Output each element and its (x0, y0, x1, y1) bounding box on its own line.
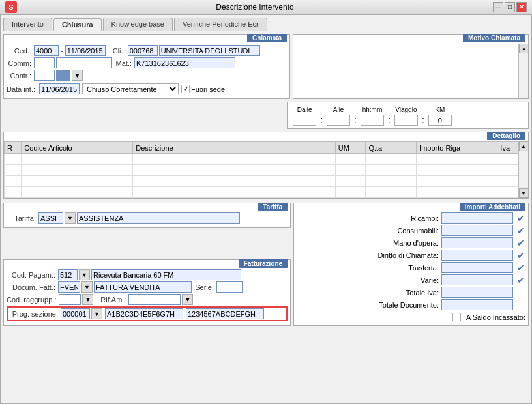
cod-raggrupp-browse-btn[interactable]: ▼ (82, 294, 93, 305)
ricambi-input[interactable] (441, 212, 513, 224)
prog-sezione-label: Prog. sezione: (9, 310, 58, 318)
km-label: KM (435, 106, 445, 113)
bottom-row: Tariffa Tariffa: ▼ Fatturazione Cod. (3, 203, 529, 326)
cli-label: Cli.: (107, 47, 125, 55)
diritto-chiamata-label: Diritto di Chiamata: (367, 252, 439, 259)
fuori-sede-checkbox[interactable] (181, 85, 190, 93)
serie-input[interactable] (216, 281, 243, 293)
trasferta-input[interactable] (441, 262, 513, 273)
cli-code-input[interactable] (128, 45, 158, 56)
cod-pagam-row: Cod. Pagam.: ▼ (7, 269, 288, 280)
contr-browse-btn[interactable]: ▼ (72, 70, 83, 81)
tab-verifiche[interactable]: Verifiche Periodiche Ecr (174, 18, 267, 31)
rif-am-browse-btn[interactable]: ▼ (182, 294, 193, 305)
docum-fatt-name-input[interactable] (94, 281, 192, 293)
content-area: Chiamata Ced.: - Cli.: Comm: Mat.: (1, 31, 531, 401)
sep1: : (320, 115, 323, 125)
ced-code-input[interactable] (34, 45, 59, 56)
dash-sep: - (60, 47, 64, 55)
detail-scroll-down[interactable]: ▼ (519, 188, 529, 198)
prog-sezione-browse-btn[interactable]: ▼ (91, 308, 102, 319)
dalle-input[interactable] (293, 115, 316, 126)
viaggio-col: Viaggio (394, 106, 418, 126)
viaggio-label: Viaggio (395, 106, 417, 113)
ced-date-input[interactable] (65, 45, 106, 56)
chiamata-panel: Chiamata Ced.: - Cli.: Comm: Mat.: (3, 34, 290, 99)
fuori-sede-label: Fuori sede (191, 85, 225, 93)
tab-knowledge-base[interactable]: Knowledge base (103, 18, 173, 31)
window-title: Descrizione Intervento (17, 3, 493, 12)
hhmm-input[interactable] (361, 115, 384, 126)
title-bar-controls: ─ □ ✕ (493, 2, 527, 12)
consumabili-check-icon[interactable]: ✔ (516, 225, 525, 235)
cod-pagam-code-input[interactable] (58, 269, 78, 280)
dettaglio-title: Dettaglio (487, 132, 525, 140)
tab-intervento[interactable]: Intervento (3, 18, 52, 31)
top-section: Chiamata Ced.: - Cli.: Comm: Mat.: (3, 34, 529, 99)
tab-chiusura[interactable]: Chiusura (53, 18, 102, 31)
viaggio-input[interactable] (394, 115, 418, 126)
tariffa-browse-btn[interactable]: ▼ (65, 212, 76, 224)
mano-dopera-check-icon[interactable]: ✔ (516, 238, 525, 248)
varie-input[interactable] (441, 274, 513, 285)
mano-dopera-input[interactable] (441, 237, 513, 248)
cod-pagam-browse-btn[interactable]: ▼ (79, 269, 90, 280)
maximize-button[interactable]: □ (505, 2, 515, 12)
totale-doc-input[interactable] (441, 299, 513, 310)
minimize-button[interactable]: ─ (493, 2, 503, 12)
cod-pagam-name-input[interactable] (91, 269, 241, 280)
detail-scroll-up[interactable]: ▲ (519, 141, 529, 151)
close-button[interactable]: ✕ (516, 2, 527, 12)
rif-am-input[interactable] (128, 294, 181, 305)
tariffa-code-input[interactable] (38, 212, 63, 224)
prog-sezione-input[interactable] (61, 308, 90, 319)
detail-table: R Codice Articolo Descrizione UM Q.ta Im… (4, 141, 528, 198)
time-panel: Dalle : Alle : hh:mm : Viaggi (287, 102, 529, 129)
cli-name-input[interactable] (159, 45, 260, 56)
prog-sezione-row: Prog. sezione: ▼ (7, 306, 288, 321)
diritto-chiamata-check-icon[interactable]: ✔ (516, 250, 525, 260)
motivo-scroll-up[interactable]: ▲ (519, 44, 529, 53)
tariffa-name-input[interactable] (77, 212, 240, 224)
comm-row: Comm: Mat.: (7, 57, 287, 68)
stato-select[interactable]: Chiuso Correttamente (82, 83, 179, 94)
table-row (5, 187, 528, 198)
time-section: Dalle : Alle : hh:mm : Viaggi (3, 102, 529, 129)
docum-fatt-code-input[interactable] (58, 281, 80, 293)
a-saldo-checkbox[interactable] (452, 313, 461, 321)
totale-iva-label: Totale Iva: (367, 289, 439, 296)
motivo-panel: Motivo Chiamata ▲ (293, 34, 529, 99)
cod-raggrupp-input[interactable] (59, 294, 81, 305)
dettaglio-panel: Dettaglio R Codice Articolo Descrizione … (3, 132, 529, 199)
tariffa-spacer (3, 231, 291, 257)
serie-label: Serie: (193, 283, 214, 291)
prog-sez-code2-input[interactable] (186, 308, 264, 319)
contr-blue-input[interactable] (56, 70, 70, 81)
trasferta-check-icon[interactable]: ✔ (516, 263, 525, 272)
tab-bar: Intervento Chiusura Knowledge base Verif… (1, 15, 531, 31)
consumabili-input[interactable] (441, 225, 513, 236)
contr-code-input[interactable] (34, 70, 55, 81)
varie-check-icon[interactable]: ✔ (516, 275, 525, 285)
hhmm-label: hh:mm (362, 106, 383, 113)
km-input[interactable] (428, 115, 452, 126)
alle-input[interactable] (327, 115, 350, 126)
main-window: Intervento Chiusura Knowledge base Verif… (0, 14, 532, 404)
comm-desc-input[interactable] (56, 57, 112, 68)
motivo-textarea[interactable] (296, 45, 525, 84)
title-bar: S Descrizione Intervento ─ □ ✕ (0, 0, 532, 14)
ricambi-check-icon[interactable]: ✔ (516, 213, 525, 223)
prog-sez-code-input[interactable] (105, 308, 183, 319)
comm-code-input[interactable] (34, 57, 55, 68)
docum-fatt-browse-btn[interactable]: ▼ (81, 281, 93, 293)
time-grid: Dalle : Alle : hh:mm : Viaggi (293, 105, 523, 126)
col-desc: Descrizione (133, 142, 336, 154)
diritto-chiamata-input[interactable] (441, 250, 513, 261)
data-int-input[interactable] (39, 83, 80, 94)
totale-iva-input[interactable] (441, 287, 513, 298)
totale-iva-row: Totale Iva: (297, 287, 525, 298)
totale-doc-label: Totale Documento: (367, 301, 439, 309)
contr-label: Contr.: (7, 72, 31, 79)
sep4: : (422, 115, 424, 125)
mat-input[interactable] (134, 57, 235, 68)
